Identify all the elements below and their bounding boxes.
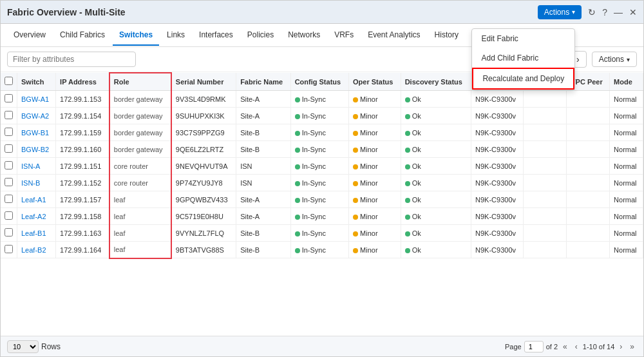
tab-switches[interactable]: Switches — [113, 25, 159, 46]
total-pages: of 2 — [546, 343, 558, 351]
select-all-checkbox[interactable] — [5, 77, 13, 85]
row-checkbox[interactable] — [5, 128, 13, 136]
row-checkbox[interactable] — [5, 161, 13, 169]
row-switch: BGW-A1 — [17, 91, 56, 108]
oper-status-dot — [353, 198, 358, 203]
dropdown-item-add-child-fabric[interactable]: Add Child Fabric — [472, 48, 574, 68]
row-checkbox[interactable] — [5, 94, 13, 102]
row-fabric: ISN — [236, 175, 291, 191]
tab-links[interactable]: Links — [160, 25, 191, 46]
table-row: BGW-A1 172.99.1.153 border gateway 9V3SL… — [1, 91, 643, 108]
tab-vrfs[interactable]: VRFs — [328, 25, 360, 46]
row-checkbox-cell — [1, 141, 17, 158]
prev-page-button[interactable]: ‹ — [573, 341, 580, 352]
title-bar-controls: Actions Edit Fabric Add Child Fabric Rec… — [538, 5, 637, 19]
row-serial: 9V3SL4D9RMK — [171, 91, 236, 108]
switch-link[interactable]: Leaf-B2 — [21, 246, 46, 254]
row-discovery-status: Ok — [401, 91, 471, 108]
switch-link[interactable]: ISN-A — [21, 162, 40, 170]
row-model: N9K-C9300v — [471, 175, 524, 191]
table-row: Leaf-A2 172.99.1.158 leaf 9C5719E0H8U Si… — [1, 208, 643, 225]
last-page-button[interactable]: » — [627, 341, 637, 352]
config-status-dot — [295, 114, 300, 119]
row-oper-status: Minor — [349, 175, 401, 191]
row-checkbox-cell — [1, 108, 17, 124]
row-checkbox[interactable] — [5, 211, 13, 220]
page-number-input[interactable] — [524, 341, 544, 352]
tab-history[interactable]: History — [428, 25, 465, 46]
switch-link[interactable]: Leaf-B1 — [21, 229, 46, 237]
tab-policies[interactable]: Policies — [241, 25, 280, 46]
row-oper-status: Minor — [349, 225, 401, 242]
switch-link[interactable]: Leaf-A1 — [21, 196, 46, 204]
row-serial: 9NEVQHVUT9A — [171, 158, 236, 175]
next-page-button[interactable]: › — [617, 341, 625, 352]
row-vpc-peer — [567, 141, 610, 158]
minimize-button[interactable]: — — [614, 7, 623, 17]
row-ip: 172.99.1.163 — [56, 225, 109, 242]
config-status-dot — [295, 231, 300, 236]
row-checkbox-cell — [1, 225, 17, 242]
row-checkbox[interactable] — [5, 178, 13, 186]
table-container: Switch IP Address Role Serial Number Fab… — [1, 72, 643, 336]
tab-child-fabrics[interactable]: Child Fabrics — [53, 25, 111, 46]
row-ip: 172.99.1.158 — [56, 208, 109, 225]
help-button[interactable]: ? — [602, 7, 607, 17]
filter-input[interactable] — [7, 52, 136, 67]
switch-link[interactable]: BGW-B2 — [21, 146, 49, 153]
switch-link[interactable]: BGW-A2 — [21, 112, 49, 120]
discovery-status-dot — [405, 248, 410, 253]
refresh-button[interactable]: ↻ — [588, 7, 596, 17]
row-checkbox[interactable] — [5, 144, 13, 153]
tab-event-analytics[interactable]: Event Analytics — [361, 25, 426, 46]
tab-overview[interactable]: Overview — [7, 25, 52, 46]
row-role: border gateway — [109, 108, 171, 124]
oper-status-dot — [353, 164, 358, 169]
row-model: N9K-C9300v — [471, 191, 524, 208]
row-config-status: In-Sync — [290, 242, 348, 258]
row-vpc-role — [524, 141, 567, 158]
row-fabric: Site-A — [236, 191, 291, 208]
row-oper-status: Minor — [349, 191, 401, 208]
row-fabric: Site-A — [236, 108, 291, 124]
actions-button[interactable]: Actions — [538, 5, 582, 19]
row-discovery-status: Ok — [401, 175, 471, 191]
row-checkbox[interactable] — [5, 195, 13, 203]
page-range: 1-10 of 14 — [583, 343, 615, 351]
header-oper-status: Oper Status — [349, 73, 401, 91]
row-checkbox[interactable] — [5, 228, 13, 236]
table-row: ISN-B 172.99.1.152 core router 9P74ZYU9J… — [1, 175, 643, 191]
close-button[interactable]: ✕ — [629, 7, 637, 17]
dropdown-item-edit-fabric[interactable]: Edit Fabric — [472, 29, 574, 48]
oper-status-dot — [353, 131, 358, 136]
dropdown-item-recalculate-deploy[interactable]: Recalculate and Deploy — [472, 68, 574, 90]
switch-link[interactable]: BGW-A1 — [21, 95, 49, 103]
row-mode: Normal — [610, 225, 643, 242]
rows-per-page-select[interactable]: 10 25 50 100 — [7, 340, 39, 353]
row-role: leaf — [109, 242, 171, 258]
row-discovery-status: Ok — [401, 191, 471, 208]
row-ip: 172.99.1.159 — [56, 124, 109, 141]
row-vpc-peer — [567, 108, 610, 124]
row-mode: Normal — [610, 191, 643, 208]
switch-link[interactable]: Leaf-A2 — [21, 213, 46, 220]
switch-link[interactable]: BGW-B1 — [21, 129, 49, 137]
row-switch: Leaf-A1 — [17, 191, 56, 208]
tab-networks[interactable]: Networks — [281, 25, 327, 46]
row-vpc-role — [524, 175, 567, 191]
table-row: BGW-B1 172.99.1.159 border gateway 93C7S… — [1, 124, 643, 141]
table-body: BGW-A1 172.99.1.153 border gateway 9V3SL… — [1, 91, 643, 258]
first-page-button[interactable]: « — [560, 341, 570, 352]
row-vpc-peer — [567, 158, 610, 175]
row-checkbox[interactable] — [5, 111, 13, 119]
switch-link[interactable]: ISN-B — [21, 179, 40, 187]
row-checkbox[interactable] — [5, 245, 13, 253]
row-model: N9K-C9300v — [471, 242, 524, 258]
row-fabric: Site-B — [236, 242, 291, 258]
row-role: leaf — [109, 225, 171, 242]
header-serial-number: Serial Number — [171, 73, 236, 91]
oper-status-dot — [353, 181, 358, 186]
row-serial: 9C5719E0H8U — [171, 208, 236, 225]
tab-interfaces[interactable]: Interfaces — [193, 25, 240, 46]
toolbar-actions-button[interactable]: Actions — [592, 52, 637, 67]
